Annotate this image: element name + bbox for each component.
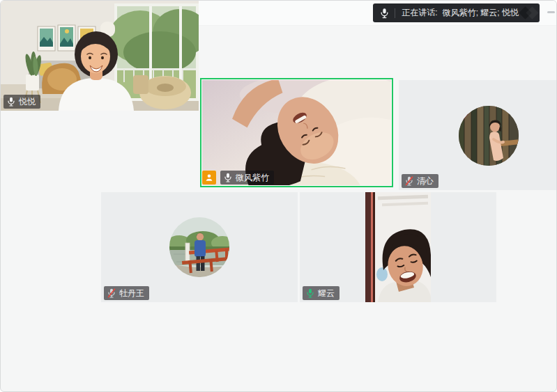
mic-muted-icon [405,176,413,186]
banner-mic-icon [380,8,389,19]
participant-tile[interactable]: 耀云 [300,192,496,302]
now-speaking-names: 微风紫竹; 耀云; 悦悦 [443,8,519,17]
participant-tile[interactable]: 牡丹王 [101,192,298,302]
mic-on-icon [224,173,232,182]
banner-divider [395,8,395,18]
avatar [459,106,519,166]
now-speaking-banner: 正在讲话:微风紫竹; 耀云; 悦悦 [373,3,540,22]
mic-speaking-icon [306,288,314,298]
host-badge [202,171,216,185]
participant-name: 清心 [417,174,434,188]
meeting-window: 会议详情 01:09:42 正在讲话:微风紫竹; 耀云; 悦悦 [0,0,557,392]
avatar [169,217,229,277]
participant-tile[interactable]: 悦悦 [1,1,199,111]
participant-name-badge: 耀云 [303,286,339,300]
participant-name-badge: 清心 [402,174,438,188]
participant-tile[interactable]: 清心 [399,80,557,190]
mic-muted-icon [107,288,116,298]
participant-name: 牡丹王 [119,286,144,300]
participant-name: 耀云 [318,286,335,300]
panel-collapse-handle[interactable] [547,11,555,13]
mic-on-icon [7,97,15,107]
participant-name: 微风紫竹 [236,171,269,185]
participant-tile-active-speaker[interactable]: 微风紫竹 [200,78,393,187]
participant-name-badge: 微风紫竹 [220,171,274,185]
participant-name: 悦悦 [19,95,36,109]
video-feed [365,192,431,302]
video-feed [202,80,391,185]
host-person-icon [205,173,213,182]
participant-name-badge: 牡丹王 [104,286,149,300]
participant-name-badge: 悦悦 [3,95,40,109]
now-speaking-label: 正在讲话: [402,8,437,17]
